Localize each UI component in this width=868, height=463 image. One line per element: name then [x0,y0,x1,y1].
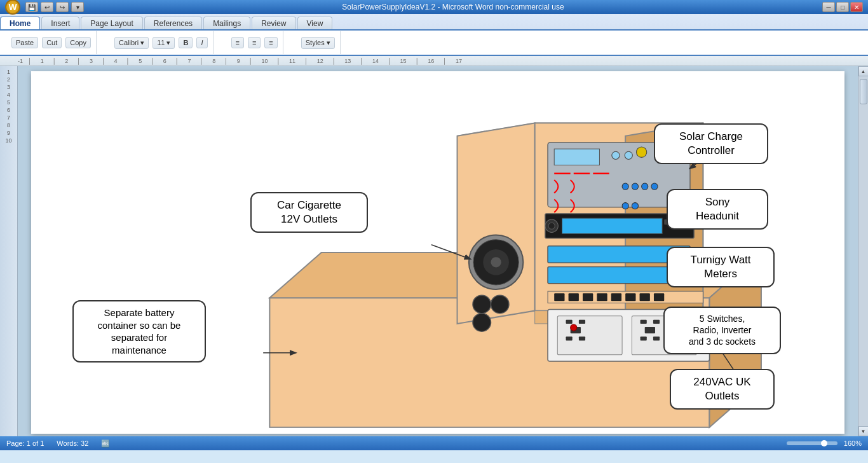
svg-rect-53 [653,336,660,340]
tab-home[interactable]: Home [0,17,40,29]
sony-headunit-text: SonyHeadunit [696,196,739,222]
svg-rect-52 [641,336,647,340]
font-size[interactable]: 11 ▾ [153,37,175,49]
titlebar-left: W 💾 ↩ ↪ ▾ [5,0,84,15]
ribbon-tabs: Home Insert Page Layout References Maili… [0,14,868,29]
font-name[interactable]: Calibri ▾ [114,37,149,49]
svg-marker-4 [458,123,535,324]
align-left-btn[interactable]: ≡ [231,37,244,48]
ruler: -1 │ 1 │ 2 │ 3 │ 4 │ 5 │ 6 │ 7 │ 8 │ 9 │… [0,56,868,66]
ribbon-content: Paste Cut Copy Calibri ▾ 11 ▾ B I ≡ ≡ ≡ … [0,29,868,55]
ribbon-styles: Styles ▾ [296,31,341,54]
svg-rect-46 [579,336,585,340]
svg-rect-33 [569,293,579,301]
svg-rect-23 [562,218,662,233]
solar-charge-controller-text: Solar ChargeController [679,130,743,156]
svg-rect-42 [566,320,573,324]
status-bar: Page: 1 of 1 Words: 32 🔤 160% [0,436,868,450]
styles-btn[interactable]: Styles ▾ [301,37,335,49]
svg-point-59 [491,295,509,314]
scroll-up-btn[interactable]: ▲ [858,66,869,76]
window-title: SolarPowerSupplyIdeaV1.2 - Microsoft Wor… [84,3,822,11]
tab-insert[interactable]: Insert [41,17,79,29]
svg-point-58 [473,295,491,314]
scrollbar-right[interactable]: ▲ ▼ [858,66,868,436]
undo-btn[interactable]: ↩ [41,2,53,12]
svg-rect-37 [625,293,635,301]
svg-rect-39 [654,293,664,301]
tab-page-layout[interactable]: Page Layout [81,17,142,29]
svg-point-12 [636,147,646,157]
tab-view[interactable]: View [297,17,333,29]
tab-mailings[interactable]: Mailings [203,17,250,29]
turnigy-watt-meters-text: Turnigy WattMeters [690,254,750,280]
dropdown-btn[interactable]: ▾ [71,2,84,12]
uk-outlets-text: 240VAC UKOutlets [693,376,750,402]
office-logo: W [8,2,17,12]
svg-point-10 [612,151,620,159]
office-button[interactable]: W [5,0,20,15]
tab-review[interactable]: Review [252,17,295,29]
quick-save-btn[interactable]: 💾 [25,2,38,12]
paste-btn[interactable]: Paste [11,37,38,48]
align-center-btn[interactable]: ≡ [248,37,261,48]
word-count: Words: 32 [57,439,88,447]
svg-rect-50 [653,320,660,324]
italic-btn[interactable]: I [196,37,207,48]
ribbon-font: Calibri ▾ 11 ▾ B I [109,31,214,54]
zoom-thumb [821,440,827,446]
label-uk-outlets: 240VAC UKOutlets [670,369,775,410]
svg-point-17 [632,183,638,190]
minimize-btn[interactable]: ─ [822,2,835,12]
window-controls: ─ □ ✕ [822,2,863,12]
language-flag: 🔤 [101,439,110,448]
svg-rect-51 [645,327,655,333]
close-btn[interactable]: ✕ [850,2,863,12]
ribbon-clipboard: Paste Cut Copy [6,31,97,54]
left-bar: 1 2 3 4 5 6 7 8 9 10 [0,66,18,436]
svg-rect-43 [579,320,585,324]
redo-btn[interactable]: ↪ [56,2,69,12]
svg-point-60 [473,314,491,332]
svg-rect-36 [611,293,621,301]
zoom-level: 160% [844,439,862,447]
ruler-marks: -1 │ 1 │ 2 │ 3 │ 4 │ 5 │ 6 │ 7 │ 8 │ 9 │… [0,56,868,66]
svg-point-11 [625,151,632,159]
bold-btn[interactable]: B [179,37,193,48]
svg-rect-45 [566,336,573,340]
label-solar-charge-controller: Solar ChargeController [654,123,768,164]
svg-rect-49 [641,320,647,324]
align-right-btn[interactable]: ≡ [264,37,277,48]
tab-references[interactable]: References [144,17,202,29]
svg-rect-34 [583,293,593,301]
statusbar-left: Page: 1 of 1 Words: 32 🔤 [6,439,110,448]
svg-rect-32 [554,293,564,301]
cut-btn[interactable]: Cut [42,37,62,48]
scroll-down-btn[interactable]: ▼ [858,426,869,436]
svg-point-21 [632,203,638,209]
scroll-track [858,76,868,426]
battery-container-text: Separate batterycontainer so can besepar… [98,307,181,356]
svg-point-19 [651,183,658,190]
svg-point-47 [571,324,577,331]
ribbon-paragraph: ≡ ≡ ≡ [226,31,283,54]
svg-point-25 [548,223,555,229]
svg-rect-38 [640,293,650,301]
label-sony-headunit: SonyHeadunit [667,189,768,230]
document-area[interactable]: Solar ChargeController SonyHeadunit Turn… [18,66,858,436]
maximize-btn[interactable]: □ [836,2,849,12]
svg-point-20 [622,203,628,209]
svg-point-16 [622,183,628,190]
svg-point-57 [491,257,501,267]
zoom-slider[interactable] [787,441,837,445]
title-bar: W 💾 ↩ ↪ ▾ SolarPowerSupplyIdeaV1.2 - Mic… [0,0,868,14]
copy-btn[interactable]: Copy [65,37,91,48]
scroll-thumb[interactable] [860,79,867,104]
document-page: Solar ChargeController SonyHeadunit Turn… [31,71,844,434]
statusbar-right: 160% [787,439,862,447]
label-turnigy-watt-meters: Turnigy WattMeters [667,247,775,287]
svg-rect-9 [554,149,599,165]
car-cigarette-text: Car Cigarette12V Outlets [277,199,341,225]
switches-info-text: 5 Switches,Radio, Inverterand 3 dc socke… [689,314,756,347]
page-info: Page: 1 of 1 [6,439,44,447]
